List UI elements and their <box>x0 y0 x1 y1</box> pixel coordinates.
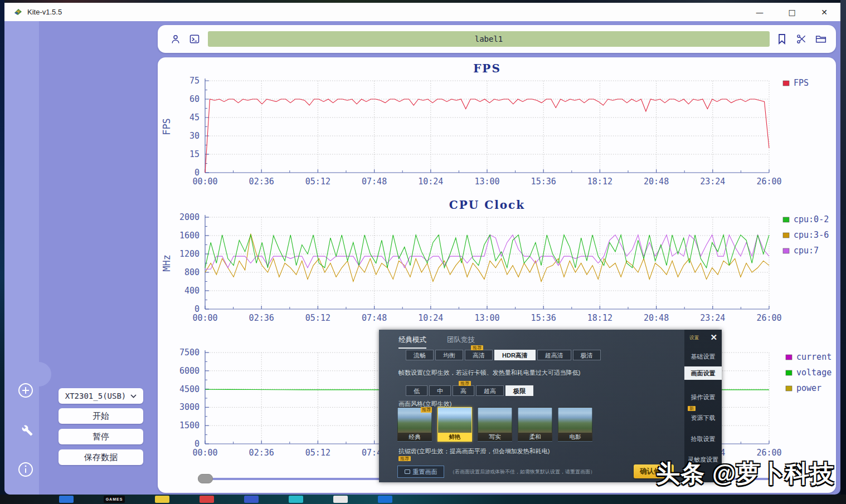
svg-text:26:00: 26:00 <box>756 448 781 458</box>
overlay-sidebar-title: 设置 <box>689 335 699 341</box>
taskbar-icon[interactable] <box>378 496 392 503</box>
svg-text:4500: 4500 <box>179 384 200 394</box>
recommended-badge: 推荐 <box>471 345 483 350</box>
framerate-option[interactable]: 高推荐 <box>453 385 474 396</box>
overlay-sidebar-item[interactable]: 基础设置 <box>684 350 722 363</box>
style-thumbnail[interactable]: 柔和 <box>518 407 552 442</box>
games-folder-label[interactable]: GAMES <box>104 496 125 503</box>
svg-text:05:12: 05:12 <box>305 448 330 458</box>
style-thumbnail-label: 柔和 <box>518 433 552 441</box>
svg-text:02:36: 02:36 <box>249 177 274 187</box>
taskbar-icon[interactable] <box>59 496 74 503</box>
minimize-button[interactable]: — <box>743 3 776 21</box>
svg-text:18:12: 18:12 <box>587 177 612 187</box>
svg-text:15: 15 <box>189 149 200 159</box>
overlay-sidebar-item[interactable]: 资源下载新 <box>684 411 722 424</box>
toolbar: label1 <box>158 25 836 53</box>
svg-text:00:00: 00:00 <box>192 448 217 458</box>
svg-text:20:48: 20:48 <box>644 177 669 187</box>
left-icon-strip <box>4 21 39 495</box>
svg-text:13:00: 13:00 <box>474 313 499 323</box>
folder-icon[interactable] <box>814 32 828 46</box>
overlay-sidebar-item[interactable]: 拾取设置 <box>684 432 722 446</box>
scissors-icon[interactable] <box>795 32 808 46</box>
taskbar-icon[interactable] <box>289 496 303 503</box>
style-thumbnail-label: 鲜艳 <box>438 433 471 441</box>
start-button[interactable]: 开始 <box>59 408 143 424</box>
svg-text:05:12: 05:12 <box>305 177 330 187</box>
svg-text:cpu:0-2: cpu:0-2 <box>794 214 829 224</box>
terminal-icon[interactable] <box>188 32 201 46</box>
svg-text:FPS: FPS <box>161 118 172 135</box>
info-icon[interactable] <box>17 461 34 480</box>
taskbar-icon[interactable] <box>333 496 348 503</box>
svg-text:07:48: 07:48 <box>362 177 387 187</box>
svg-text:10:24: 10:24 <box>418 313 443 323</box>
svg-text:6000: 6000 <box>179 366 200 376</box>
svg-text:1600: 1600 <box>179 231 200 241</box>
svg-text:7500: 7500 <box>179 348 200 358</box>
svg-text:20:48: 20:48 <box>644 313 669 323</box>
recommended-badge: 推荐 <box>421 407 432 413</box>
svg-text:60: 60 <box>189 94 200 104</box>
svg-text:75: 75 <box>189 76 200 86</box>
quality-option[interactable]: 均衡 <box>435 350 463 360</box>
framerate-options: 低中高推荐超高极限 <box>406 385 533 396</box>
app-icon <box>13 8 23 16</box>
taskbar-icon[interactable] <box>200 496 214 503</box>
svg-text:45: 45 <box>189 112 200 123</box>
maximize-button[interactable]: □ <box>776 3 808 21</box>
svg-text:26:00: 26:00 <box>756 313 781 323</box>
svg-text:18:12: 18:12 <box>587 313 612 323</box>
style-thumbnail[interactable]: 推荐经典 <box>397 407 432 442</box>
bookmark-icon[interactable] <box>775 32 789 46</box>
svg-text:1500: 1500 <box>179 420 200 430</box>
quality-option[interactable]: 流畅 <box>406 350 434 360</box>
reset-note: （若画面设置后游戏体验不佳，如需恢复默认设置，请重置画面） <box>450 468 595 476</box>
pause-button[interactable]: 暂停 <box>59 429 143 444</box>
svg-text:15:36: 15:36 <box>531 177 556 187</box>
desktop-edge-left <box>0 0 4 504</box>
framerate-option[interactable]: 低 <box>406 385 427 396</box>
svg-text:26:00: 26:00 <box>756 177 781 187</box>
quality-option[interactable]: 极清 <box>573 350 601 360</box>
framerate-option[interactable]: 中 <box>429 385 451 396</box>
style-thumbnail-label: 写实 <box>478 433 512 441</box>
svg-text:current: current <box>796 352 832 362</box>
overlay-sidebar-item[interactable]: 操作设置 <box>684 390 722 404</box>
desktop-edge-right <box>840 0 846 504</box>
quality-options: 流畅均衡高清推荐HDR高清超高清极清 <box>406 350 601 360</box>
overlay-sidebar-item[interactable]: 画面设置 <box>684 366 722 380</box>
framerate-option[interactable]: 极限 <box>505 385 533 396</box>
framerate-note: 帧数设置(立即生效，若运行卡顿、发热量和耗电量过大可适当降低) <box>398 369 580 377</box>
label-input[interactable]: label1 <box>208 31 770 47</box>
quality-option[interactable]: HDR高清 <box>494 350 536 360</box>
close-button[interactable]: ✕ <box>808 3 840 21</box>
save-data-button[interactable]: 保存数据 <box>59 449 143 465</box>
new-badge: 新 <box>688 406 696 411</box>
svg-text:400: 400 <box>184 286 200 296</box>
reset-graphics-button[interactable]: 重置画面 <box>397 466 444 478</box>
device-select-value: XT2301_5(USB) <box>65 392 127 400</box>
taskbar-icon[interactable] <box>155 496 169 503</box>
close-icon[interactable]: ✕ <box>710 332 717 342</box>
svg-text:voltage: voltage <box>796 368 832 378</box>
svg-text:23:24: 23:24 <box>700 177 725 187</box>
svg-text:FPS: FPS <box>794 78 809 88</box>
style-thumbnail[interactable]: 电影 <box>558 407 592 442</box>
tab-classic-mode[interactable]: 经典模式 <box>398 335 426 349</box>
kite-app-window: Kite-v1.5.5 — □ ✕ <box>4 3 840 495</box>
style-thumbnail[interactable]: 鲜艳 <box>437 407 472 442</box>
svg-text:15:36: 15:36 <box>531 313 556 323</box>
svg-text:power: power <box>796 383 821 393</box>
time-slider-handle[interactable] <box>198 474 213 483</box>
device-select[interactable]: XT2301_5(USB) <box>59 388 143 404</box>
style-thumbnail[interactable]: 写实 <box>478 407 512 442</box>
quality-option[interactable]: 超高清 <box>537 350 571 360</box>
quality-option[interactable]: 高清推荐 <box>465 350 493 360</box>
taskbar-icon[interactable] <box>244 496 259 503</box>
framerate-option[interactable]: 超高 <box>476 385 504 396</box>
user-icon[interactable] <box>169 32 182 46</box>
wrench-icon[interactable] <box>17 421 34 440</box>
add-icon[interactable] <box>17 382 34 401</box>
